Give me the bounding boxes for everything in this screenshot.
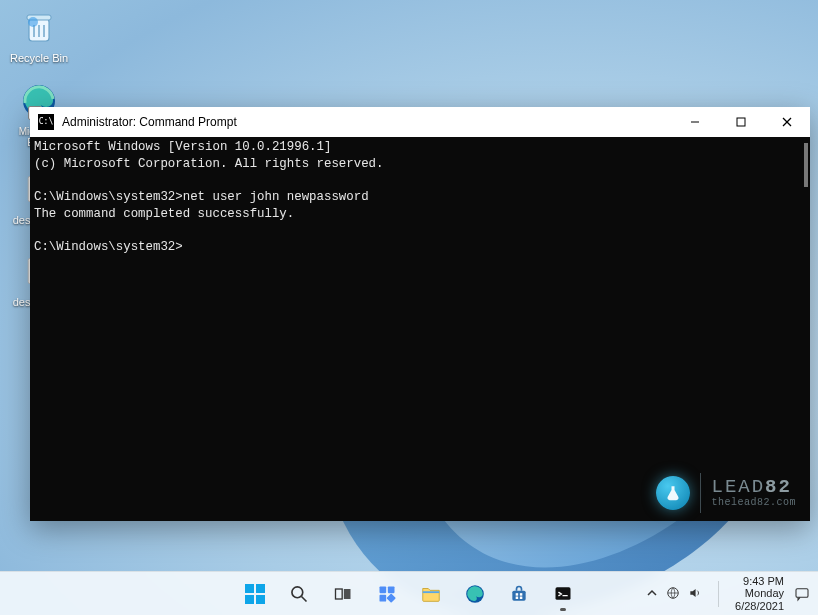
svg-rect-21 (344, 589, 351, 599)
svg-point-18 (292, 586, 303, 597)
store-button[interactable] (499, 574, 539, 614)
svg-rect-17 (256, 595, 265, 604)
svg-rect-26 (423, 591, 440, 593)
taskbar: 9:43 PM Monday 6/28/2021 (0, 571, 818, 615)
command-prompt-window: C:\ Administrator: Command Prompt Micros… (30, 107, 810, 521)
taskview-icon (333, 584, 353, 604)
svg-rect-16 (245, 595, 254, 604)
clock-date: 6/28/2021 (735, 600, 784, 612)
system-tray: 9:43 PM Monday 6/28/2021 (646, 575, 818, 611)
watermark-site: thelead82.com (711, 498, 796, 509)
task-view-button[interactable] (323, 574, 363, 614)
minimize-button[interactable] (672, 107, 718, 137)
widgets-button[interactable] (367, 574, 407, 614)
widgets-icon (377, 584, 397, 604)
edge-icon (464, 583, 486, 605)
notifications-button[interactable] (794, 586, 810, 602)
watermark-brand: LEAD (711, 476, 765, 498)
cmd-icon: C:\ (38, 114, 54, 130)
terminal-icon (553, 584, 573, 604)
svg-rect-14 (245, 584, 254, 593)
edge-button[interactable] (455, 574, 495, 614)
svg-rect-25 (386, 593, 395, 602)
svg-rect-24 (380, 594, 387, 601)
recycle-bin-icon[interactable]: Recycle Bin (6, 6, 72, 64)
taskbar-center (235, 574, 583, 614)
scrollbar[interactable] (804, 143, 808, 187)
clock-day: Monday (735, 587, 784, 599)
chat-icon (794, 586, 810, 602)
taskbar-clock[interactable]: 9:43 PM Monday 6/28/2021 (735, 575, 784, 611)
console-output[interactable]: Microsoft Windows [Version 10.0.21996.1]… (30, 137, 810, 521)
svg-rect-15 (256, 584, 265, 593)
network-icon[interactable] (666, 586, 680, 602)
flask-icon (656, 476, 690, 510)
svg-rect-28 (512, 590, 525, 600)
watermark: LEAD82 thelead82.com (656, 473, 796, 513)
svg-rect-32 (520, 596, 523, 599)
svg-rect-31 (516, 596, 519, 599)
search-button[interactable] (279, 574, 319, 614)
trash-icon (18, 6, 60, 48)
recycle-bin-label: Recycle Bin (6, 52, 72, 64)
svg-rect-30 (520, 593, 523, 596)
svg-line-19 (302, 596, 307, 601)
file-explorer-button[interactable] (411, 574, 451, 614)
svg-rect-35 (796, 588, 808, 597)
watermark-brand-bold: 82 (765, 476, 792, 498)
maximize-button[interactable] (718, 107, 764, 137)
start-button[interactable] (235, 574, 275, 614)
folder-icon (420, 583, 442, 605)
close-button[interactable] (764, 107, 810, 137)
svg-rect-20 (336, 589, 343, 599)
search-icon (289, 584, 309, 604)
svg-rect-29 (516, 593, 519, 596)
desktop: Recycle Bin ↗ Microsoft Edge desktop.ini… (0, 0, 818, 615)
clock-time: 9:43 PM (735, 575, 784, 587)
svg-rect-11 (737, 118, 745, 126)
terminal-button[interactable] (543, 574, 583, 614)
tray-chevron-icon[interactable] (646, 587, 658, 601)
svg-point-2 (28, 17, 38, 27)
svg-rect-22 (380, 586, 387, 593)
svg-rect-23 (388, 586, 395, 593)
titlebar[interactable]: C:\ Administrator: Command Prompt (30, 107, 810, 137)
svg-rect-33 (556, 587, 571, 600)
volume-icon[interactable] (688, 586, 702, 602)
window-title: Administrator: Command Prompt (62, 115, 237, 129)
store-icon (509, 584, 529, 604)
